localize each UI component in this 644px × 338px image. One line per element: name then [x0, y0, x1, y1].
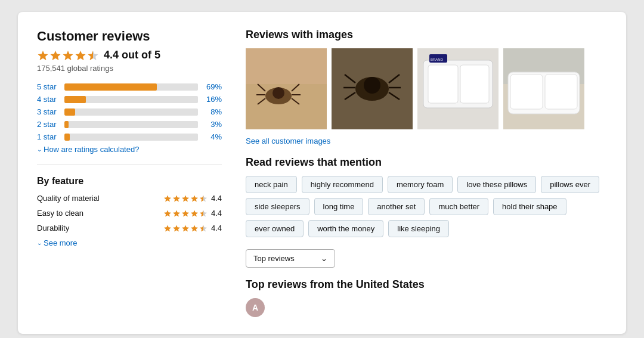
bar-track-4: [64, 121, 198, 128]
feature-name-2: Easy to clean: [37, 209, 109, 218]
svg-rect-41: [428, 65, 458, 103]
bar-pct-1[interactable]: 69%: [203, 82, 222, 91]
svg-rect-42: [460, 65, 489, 103]
tag-6[interactable]: side sleepers: [246, 198, 309, 215]
feature-rating-3: 4.4: [211, 224, 222, 232]
bar-label-2[interactable]: 4 star: [37, 95, 60, 104]
svg-marker-11: [173, 210, 180, 216]
star-3: [62, 49, 74, 61]
svg-marker-12: [182, 210, 189, 216]
star-2: [49, 49, 61, 61]
bar-track-3: [64, 108, 198, 116]
feature-rating-1: 4.4: [211, 194, 222, 203]
bar-fill-2: [64, 96, 86, 103]
feature-row-2: Easy to clean 4.4: [37, 209, 222, 218]
svg-marker-0: [38, 51, 48, 60]
by-feature-title: By feature: [37, 176, 222, 187]
tag-1[interactable]: neck pain: [246, 176, 297, 193]
svg-marker-7: [182, 195, 189, 201]
rating-value: 4.4 out of 5: [104, 49, 160, 61]
tag-10[interactable]: hold their shape: [493, 198, 566, 215]
bar-label-4[interactable]: 2 star: [37, 120, 60, 129]
svg-marker-13: [191, 210, 198, 216]
mentions-title: Read reviews that mention: [246, 156, 607, 169]
svg-marker-9: [200, 195, 207, 201]
star-4: [75, 49, 86, 61]
svg-rect-49: [545, 75, 577, 109]
global-ratings: 175,541 global ratings: [37, 64, 222, 73]
star-rating: [37, 49, 99, 61]
svg-marker-17: [182, 225, 189, 231]
tag-13[interactable]: like sleeping: [388, 220, 449, 237]
tag-4[interactable]: love these pillows: [457, 176, 536, 193]
left-column: Customer reviews: [37, 29, 222, 317]
bar-track-2: [64, 96, 198, 103]
tag-8[interactable]: another set: [368, 198, 425, 215]
star-1: [37, 49, 49, 61]
bar-fill-3: [64, 108, 75, 116]
tags-grid: neck painhighly recommendmemory foamlove…: [246, 176, 607, 237]
tag-7[interactable]: long time: [314, 198, 364, 215]
bar-fill-5: [64, 134, 70, 141]
bar-row-2: 4 star 16%: [37, 95, 222, 104]
star-5-half: [87, 49, 99, 61]
bar-label-1[interactable]: 5 star: [37, 82, 60, 91]
bar-row-1: 5 star 69%: [37, 82, 222, 91]
svg-marker-8: [191, 195, 198, 201]
bar-row-3: 3 star 8%: [37, 107, 222, 116]
right-column: Reviews with images: [246, 29, 607, 317]
section-title: Customer reviews: [37, 29, 222, 44]
svg-marker-18: [191, 225, 198, 231]
svg-rect-48: [510, 75, 543, 109]
bar-pct-3[interactable]: 8%: [203, 107, 222, 116]
bar-row-5: 1 star 4%: [37, 132, 222, 141]
review-image-3[interactable]: BRAND: [417, 48, 499, 129]
review-image-2[interactable]: [332, 48, 413, 129]
svg-marker-4: [88, 51, 98, 60]
tag-2[interactable]: highly recommend: [302, 176, 383, 193]
bar-pct-2[interactable]: 16%: [203, 95, 222, 104]
star-bars: 5 star 69% 4 star 16% 3 star 8% 2 star 3…: [37, 82, 222, 141]
review-image-1[interactable]: [246, 48, 327, 129]
feature-stars-row-2: 4.4: [163, 209, 222, 218]
tag-3[interactable]: memory foam: [388, 176, 453, 193]
features-list: Quality of material 4.4 Easy to clean 4.…: [37, 194, 222, 232]
svg-marker-19: [200, 225, 207, 231]
dropdown-chevron-icon: ⌄: [321, 254, 327, 263]
feature-stars-3: [163, 224, 208, 232]
see-all-images-link[interactable]: See all customer images: [246, 137, 330, 145]
ratings-link[interactable]: ⌄ How are ratings calculated?: [37, 145, 222, 154]
avatar: A: [246, 298, 265, 317]
svg-marker-5: [164, 195, 171, 201]
feature-name-3: Durability: [37, 224, 109, 232]
svg-marker-6: [173, 195, 180, 201]
bar-track-5: [64, 134, 198, 141]
chevron-icon: ⌄: [37, 240, 42, 246]
svg-point-32: [364, 77, 380, 94]
top-reviews-title: Top reviews from the United States: [246, 278, 607, 291]
bar-label-5[interactable]: 1 star: [37, 132, 60, 141]
see-more-link[interactable]: ⌄ See more: [37, 238, 222, 247]
svg-rect-21: [246, 48, 327, 84]
tag-9[interactable]: much better: [429, 198, 488, 215]
bar-fill-1: [64, 83, 157, 91]
bar-pct-4[interactable]: 3%: [203, 120, 222, 129]
svg-point-23: [273, 87, 284, 99]
svg-marker-3: [76, 51, 86, 60]
tag-12[interactable]: worth the money: [308, 220, 383, 237]
review-image-4[interactable]: [503, 48, 584, 129]
svg-marker-16: [173, 225, 180, 231]
sort-dropdown[interactable]: Top reviews ⌄: [246, 249, 335, 268]
bar-pct-5[interactable]: 4%: [203, 132, 222, 141]
feature-name-1: Quality of material: [37, 194, 109, 203]
reviews-card: Customer reviews: [18, 12, 626, 334]
rating-row: 4.4 out of 5: [37, 49, 222, 61]
bar-fill-4: [64, 121, 69, 128]
svg-marker-14: [200, 210, 207, 216]
tag-11[interactable]: ever owned: [246, 220, 304, 237]
svg-text:BRAND: BRAND: [431, 58, 444, 61]
svg-marker-15: [164, 225, 171, 231]
tag-5[interactable]: pillows ever: [541, 176, 599, 193]
bar-label-3[interactable]: 3 star: [37, 107, 60, 116]
feature-stars-1: [163, 194, 208, 203]
